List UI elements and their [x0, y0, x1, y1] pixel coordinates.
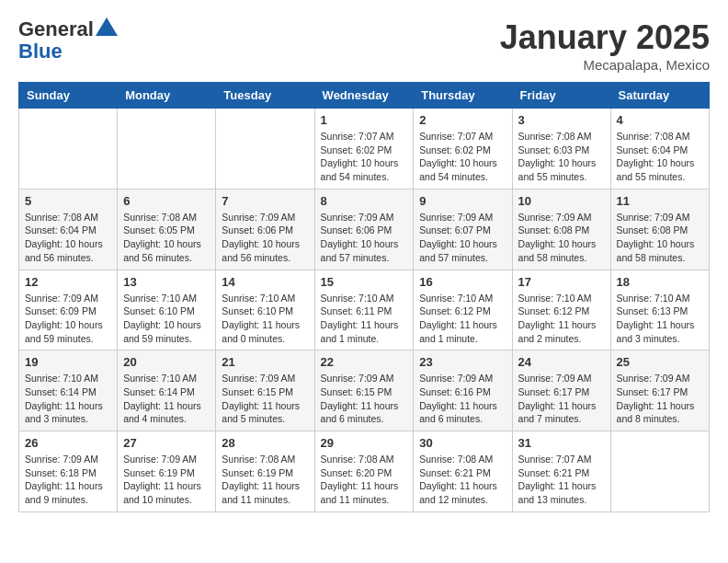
day-number: 29 — [321, 436, 408, 450]
day-number: 1 — [321, 113, 408, 127]
calendar-week-row: 5Sunrise: 7:08 AM Sunset: 6:04 PM Daylig… — [19, 189, 710, 270]
table-row: 2Sunrise: 7:07 AM Sunset: 6:02 PM Daylig… — [414, 109, 512, 190]
day-info: Sunrise: 7:09 AM Sunset: 6:09 PM Dayligh… — [25, 292, 111, 346]
day-info: Sunrise: 7:07 AM Sunset: 6:21 PM Dayligh… — [518, 453, 605, 507]
day-info: Sunrise: 7:10 AM Sunset: 6:10 PM Dayligh… — [222, 292, 308, 346]
table-row: 21Sunrise: 7:09 AM Sunset: 6:15 PM Dayli… — [216, 350, 314, 431]
calendar-week-row: 19Sunrise: 7:10 AM Sunset: 6:14 PM Dayli… — [19, 350, 710, 431]
day-info: Sunrise: 7:09 AM Sunset: 6:17 PM Dayligh… — [617, 372, 703, 426]
header-wednesday: Wednesday — [314, 83, 414, 109]
header-tuesday: Tuesday — [216, 83, 314, 109]
day-number: 24 — [518, 355, 605, 369]
day-info: Sunrise: 7:09 AM Sunset: 6:08 PM Dayligh… — [518, 211, 605, 265]
calendar-header-row: Sunday Monday Tuesday Wednesday Thursday… — [19, 83, 710, 109]
day-number: 31 — [518, 436, 605, 450]
header-monday: Monday — [118, 83, 216, 109]
table-row: 3Sunrise: 7:08 AM Sunset: 6:03 PM Daylig… — [512, 109, 610, 190]
table-row: 4Sunrise: 7:08 AM Sunset: 6:04 PM Daylig… — [610, 109, 709, 190]
day-number: 15 — [321, 275, 408, 289]
table-row — [118, 109, 216, 190]
table-row: 16Sunrise: 7:10 AM Sunset: 6:12 PM Dayli… — [414, 270, 512, 350]
day-info: Sunrise: 7:07 AM Sunset: 6:02 PM Dayligh… — [321, 130, 408, 184]
day-number: 9 — [419, 194, 506, 208]
day-info: Sunrise: 7:10 AM Sunset: 6:10 PM Dayligh… — [123, 292, 210, 346]
table-row: 13Sunrise: 7:10 AM Sunset: 6:10 PM Dayli… — [118, 270, 216, 350]
table-row — [19, 109, 118, 190]
day-number: 18 — [617, 275, 703, 289]
day-info: Sunrise: 7:09 AM Sunset: 6:19 PM Dayligh… — [123, 453, 210, 507]
table-row: 23Sunrise: 7:09 AM Sunset: 6:16 PM Dayli… — [414, 350, 512, 431]
day-number: 8 — [321, 194, 408, 208]
table-row: 30Sunrise: 7:08 AM Sunset: 6:21 PM Dayli… — [414, 431, 512, 512]
table-row: 18Sunrise: 7:10 AM Sunset: 6:13 PM Dayli… — [610, 270, 709, 350]
header-saturday: Saturday — [610, 83, 709, 109]
day-number: 28 — [222, 436, 308, 450]
page-header: General Blue January 2025 Mecapalapa, Me… — [18, 18, 710, 73]
day-info: Sunrise: 7:10 AM Sunset: 6:12 PM Dayligh… — [419, 292, 506, 346]
table-row: 10Sunrise: 7:09 AM Sunset: 6:08 PM Dayli… — [512, 189, 610, 270]
day-info: Sunrise: 7:09 AM Sunset: 6:17 PM Dayligh… — [518, 372, 605, 426]
day-info: Sunrise: 7:08 AM Sunset: 6:03 PM Dayligh… — [518, 130, 605, 184]
day-number: 17 — [518, 275, 605, 289]
day-number: 3 — [518, 113, 605, 127]
day-info: Sunrise: 7:08 AM Sunset: 6:21 PM Dayligh… — [419, 453, 506, 507]
table-row: 17Sunrise: 7:10 AM Sunset: 6:12 PM Dayli… — [512, 270, 610, 350]
table-row: 12Sunrise: 7:09 AM Sunset: 6:09 PM Dayli… — [19, 270, 118, 350]
day-info: Sunrise: 7:08 AM Sunset: 6:19 PM Dayligh… — [222, 453, 308, 507]
table-row: 7Sunrise: 7:09 AM Sunset: 6:06 PM Daylig… — [216, 189, 314, 270]
day-number: 2 — [419, 113, 506, 127]
day-number: 21 — [222, 355, 308, 369]
day-number: 22 — [321, 355, 408, 369]
table-row: 15Sunrise: 7:10 AM Sunset: 6:11 PM Dayli… — [314, 270, 414, 350]
calendar-week-row: 26Sunrise: 7:09 AM Sunset: 6:18 PM Dayli… — [19, 431, 710, 512]
table-row: 25Sunrise: 7:09 AM Sunset: 6:17 PM Dayli… — [610, 350, 709, 431]
day-number: 5 — [25, 194, 111, 208]
day-info: Sunrise: 7:09 AM Sunset: 6:06 PM Dayligh… — [222, 211, 308, 265]
day-info: Sunrise: 7:08 AM Sunset: 6:20 PM Dayligh… — [321, 453, 408, 507]
svg-marker-0 — [96, 17, 118, 36]
day-number: 26 — [25, 436, 111, 450]
day-number: 7 — [222, 194, 308, 208]
day-number: 30 — [419, 436, 506, 450]
day-number: 20 — [123, 355, 210, 369]
day-info: Sunrise: 7:10 AM Sunset: 6:14 PM Dayligh… — [25, 372, 111, 426]
day-number: 4 — [617, 113, 703, 127]
calendar-table: Sunday Monday Tuesday Wednesday Thursday… — [18, 82, 710, 512]
day-info: Sunrise: 7:10 AM Sunset: 6:13 PM Dayligh… — [617, 292, 703, 346]
table-row: 27Sunrise: 7:09 AM Sunset: 6:19 PM Dayli… — [118, 431, 216, 512]
table-row: 6Sunrise: 7:08 AM Sunset: 6:05 PM Daylig… — [118, 189, 216, 270]
day-info: Sunrise: 7:07 AM Sunset: 6:02 PM Dayligh… — [419, 130, 506, 184]
day-number: 19 — [25, 355, 111, 369]
table-row: 26Sunrise: 7:09 AM Sunset: 6:18 PM Dayli… — [19, 431, 118, 512]
day-info: Sunrise: 7:08 AM Sunset: 6:05 PM Dayligh… — [123, 211, 210, 265]
table-row: 20Sunrise: 7:10 AM Sunset: 6:14 PM Dayli… — [118, 350, 216, 431]
day-number: 13 — [123, 275, 210, 289]
day-number: 10 — [518, 194, 605, 208]
day-info: Sunrise: 7:10 AM Sunset: 6:11 PM Dayligh… — [321, 292, 408, 346]
month-title: January 2025 — [500, 18, 710, 57]
day-info: Sunrise: 7:08 AM Sunset: 6:04 PM Dayligh… — [25, 211, 111, 265]
day-number: 23 — [419, 355, 506, 369]
day-info: Sunrise: 7:10 AM Sunset: 6:12 PM Dayligh… — [518, 292, 605, 346]
day-number: 6 — [123, 194, 210, 208]
day-info: Sunrise: 7:09 AM Sunset: 6:15 PM Dayligh… — [321, 372, 408, 426]
location: Mecapalapa, Mexico — [500, 57, 710, 73]
logo: General Blue — [18, 18, 118, 63]
day-info: Sunrise: 7:09 AM Sunset: 6:16 PM Dayligh… — [419, 372, 506, 426]
title-block: January 2025 Mecapalapa, Mexico — [500, 18, 710, 73]
table-row: 1Sunrise: 7:07 AM Sunset: 6:02 PM Daylig… — [314, 109, 414, 190]
table-row: 8Sunrise: 7:09 AM Sunset: 6:06 PM Daylig… — [314, 189, 414, 270]
day-info: Sunrise: 7:09 AM Sunset: 6:06 PM Dayligh… — [321, 211, 408, 265]
header-friday: Friday — [512, 83, 610, 109]
day-info: Sunrise: 7:09 AM Sunset: 6:15 PM Dayligh… — [222, 372, 308, 426]
header-sunday: Sunday — [19, 83, 118, 109]
table-row: 5Sunrise: 7:08 AM Sunset: 6:04 PM Daylig… — [19, 189, 118, 270]
day-number: 25 — [617, 355, 703, 369]
day-number: 12 — [25, 275, 111, 289]
calendar-week-row: 1Sunrise: 7:07 AM Sunset: 6:02 PM Daylig… — [19, 109, 710, 190]
table-row: 11Sunrise: 7:09 AM Sunset: 6:08 PM Dayli… — [610, 189, 709, 270]
day-number: 27 — [123, 436, 210, 450]
day-info: Sunrise: 7:08 AM Sunset: 6:04 PM Dayligh… — [617, 130, 703, 184]
table-row: 22Sunrise: 7:09 AM Sunset: 6:15 PM Dayli… — [314, 350, 414, 431]
header-thursday: Thursday — [414, 83, 512, 109]
